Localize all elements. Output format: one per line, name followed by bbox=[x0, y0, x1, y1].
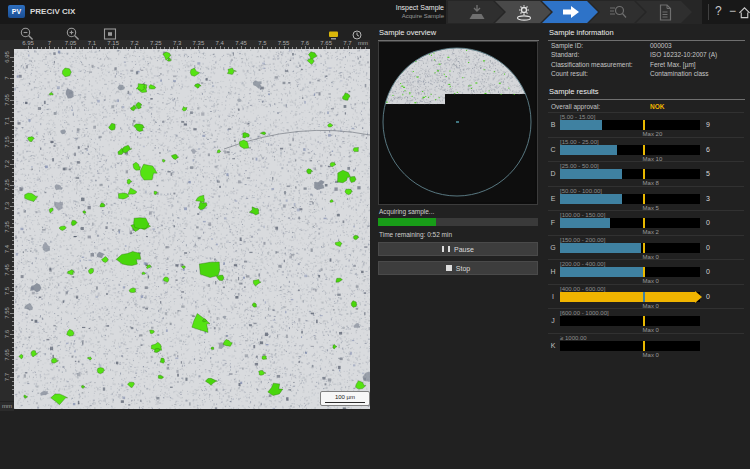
horizontal-ruler: 6.9577.057.17.157.27.257.37.357.47.457.5… bbox=[14, 40, 370, 49]
title-bar: PV PRECiV CIX Inspect Sample Acquire Sam… bbox=[0, 0, 750, 24]
limit-marker bbox=[643, 267, 645, 277]
minimize-button[interactable]: − bbox=[729, 3, 736, 19]
class-letter: F bbox=[548, 219, 558, 227]
class-letter: H bbox=[548, 268, 558, 276]
result-row-E: [50.00 - 100.00]EMax 53 bbox=[548, 186, 744, 211]
limit-marker bbox=[643, 145, 645, 155]
approval-status-badge: NOK bbox=[650, 103, 664, 110]
class-bar-fill bbox=[560, 169, 622, 179]
class-count: 6 bbox=[706, 146, 710, 154]
class-bar-fill bbox=[560, 120, 602, 130]
sample-overview-panel: Sample overview Acquiring sample... Time… bbox=[378, 24, 538, 469]
info-field-label: Classification measurement: bbox=[551, 61, 633, 68]
class-bar-track bbox=[560, 267, 700, 277]
sample-results-title: Sample results bbox=[548, 87, 745, 100]
pause-label: Pause bbox=[454, 246, 474, 253]
class-bar-track bbox=[560, 292, 700, 302]
ruler-unit-label: mm bbox=[358, 40, 368, 47]
live-image-viewport: 10x 1.19 ms 6.9577.057.17.157.27.257.37.… bbox=[0, 24, 374, 469]
info-field-value: Feret Max. [µm] bbox=[650, 61, 696, 68]
pause-button[interactable]: Pause bbox=[378, 242, 538, 256]
class-bar-fill bbox=[560, 267, 643, 277]
info-row: Sample ID:000003 bbox=[551, 42, 744, 51]
info-field-value: Contamination class bbox=[650, 70, 709, 77]
app-logo: PV bbox=[8, 5, 25, 18]
limit-marker bbox=[643, 243, 645, 253]
class-count: 0 bbox=[706, 293, 710, 301]
info-field-label: Sample ID: bbox=[551, 42, 583, 49]
class-count: 0 bbox=[706, 244, 710, 252]
class-bar-fill bbox=[560, 194, 622, 204]
class-bar-track bbox=[560, 169, 700, 179]
result-row-D: [25.00 - 50.00]DMax 85 bbox=[548, 161, 744, 186]
result-row-B: [5.00 - 15.00]BMax 209 bbox=[548, 112, 744, 137]
class-bar-fill bbox=[560, 243, 641, 253]
stop-label: Stop bbox=[456, 265, 470, 272]
titlebar-divider bbox=[708, 4, 709, 20]
breadcrumb: Inspect Sample Acquire Sample bbox=[330, 3, 444, 21]
overview-title: Sample overview bbox=[378, 28, 539, 41]
live-sample-image[interactable] bbox=[14, 49, 370, 409]
class-bar-track bbox=[560, 194, 700, 204]
stop-icon bbox=[446, 265, 452, 271]
workflow-step-load-sample[interactable] bbox=[448, 1, 504, 23]
class-letter: I bbox=[548, 293, 558, 301]
breadcrumb-primary: Inspect Sample bbox=[330, 3, 444, 12]
limit-marker bbox=[643, 218, 645, 228]
limit-marker bbox=[643, 169, 645, 179]
app-title: PRECiV CIX bbox=[30, 7, 75, 16]
class-bar-track bbox=[560, 243, 700, 253]
logo-text: PV bbox=[12, 8, 21, 15]
overflow-arrow-icon bbox=[695, 291, 702, 303]
class-letter: B bbox=[548, 121, 558, 129]
scale-bar: 100 µm bbox=[320, 391, 370, 406]
limit-marker bbox=[643, 292, 645, 302]
ruler-unit-label: mm bbox=[0, 402, 14, 411]
acquisition-progress-bar bbox=[378, 218, 538, 226]
class-bar-track bbox=[560, 145, 700, 155]
limit-marker bbox=[643, 194, 645, 204]
limit-marker bbox=[643, 341, 645, 351]
class-count: 3 bbox=[706, 195, 710, 203]
class-bar-track bbox=[560, 341, 700, 351]
result-row-I: [400.00 - 600.00]IMax 00 bbox=[548, 284, 744, 309]
class-bar-track bbox=[560, 316, 700, 326]
class-letter: G bbox=[548, 244, 558, 252]
workflow-steps bbox=[448, 1, 692, 23]
ruler-corner bbox=[0, 40, 14, 49]
overview-canvas bbox=[379, 42, 535, 202]
class-bar-track bbox=[560, 120, 700, 130]
class-max-label: Max 0 bbox=[643, 352, 659, 358]
app-root: PV PRECiV CIX Inspect Sample Acquire Sam… bbox=[0, 0, 750, 469]
class-count: 0 bbox=[706, 219, 710, 227]
result-row-F: [100.00 - 150.00]FMax 20 bbox=[548, 210, 744, 235]
info-field-value: 000003 bbox=[650, 42, 672, 49]
info-row: Standard:ISO 16232-10:2007 (A) bbox=[551, 51, 744, 60]
result-row-K: ≥ 1000.00KMax 0 bbox=[548, 333, 744, 358]
class-letter: K bbox=[548, 342, 558, 350]
approval-label: Overall approval: bbox=[551, 103, 600, 110]
help-button[interactable]: ? bbox=[715, 3, 722, 19]
class-bar-fill bbox=[560, 292, 696, 302]
sample-information-title: Sample information bbox=[548, 28, 745, 41]
breadcrumb-secondary: Acquire Sample bbox=[330, 12, 444, 21]
scale-bar-label: 100 µm bbox=[335, 394, 355, 400]
info-field-value: ISO 16232-10:2007 (A) bbox=[650, 51, 717, 58]
info-field-label: Count result: bbox=[551, 70, 588, 77]
time-remaining: Time remaining: 0:52 min bbox=[379, 231, 452, 238]
limit-marker bbox=[643, 316, 645, 326]
stop-button[interactable]: Stop bbox=[378, 261, 538, 275]
home-icon[interactable] bbox=[738, 5, 750, 23]
class-letter: C bbox=[548, 146, 558, 154]
limit-marker bbox=[643, 120, 645, 130]
acquisition-status: Acquiring sample... bbox=[379, 208, 434, 215]
result-row-C: [15.00 - 25.00]CMax 106 bbox=[548, 137, 744, 162]
acquisition-progress-fill bbox=[378, 218, 436, 226]
sample-information-fields: Sample ID:000003Standard:ISO 16232-10:20… bbox=[551, 42, 744, 80]
sample-results-panel: Sample information Sample ID:000003Stand… bbox=[548, 24, 750, 469]
sample-overview-map[interactable] bbox=[378, 41, 538, 205]
vertical-ruler: 6.9577.057.17.157.27.257.37.357.47.457.5… bbox=[0, 49, 14, 401]
pause-icon bbox=[442, 246, 450, 252]
class-bar-track bbox=[560, 218, 700, 228]
class-count: 9 bbox=[706, 121, 710, 129]
